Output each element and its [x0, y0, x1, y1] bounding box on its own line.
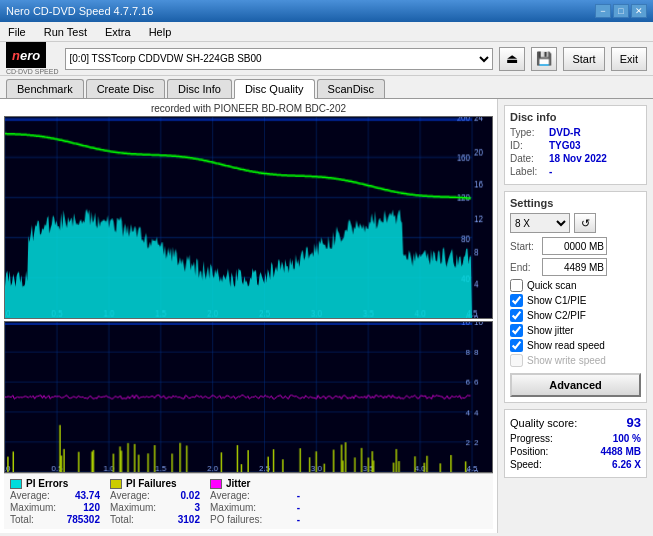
- speed-row: 8 X ↺: [510, 213, 641, 233]
- lower-chart-canvas: [5, 322, 492, 472]
- lower-chart: [4, 321, 493, 473]
- advanced-button[interactable]: Advanced: [510, 373, 641, 397]
- read-speed-checkbox[interactable]: [510, 339, 523, 352]
- speed-label: Speed:: [510, 459, 542, 470]
- tab-benchmark[interactable]: Benchmark: [6, 79, 84, 98]
- menu-run-test[interactable]: Run Test: [40, 26, 91, 38]
- c1pie-row: Show C1/PIE: [510, 294, 641, 307]
- read-speed-label: Show read speed: [527, 340, 605, 351]
- quality-score-label: Quality score:: [510, 417, 577, 429]
- write-speed-label: Show write speed: [527, 355, 606, 366]
- tab-scan-disc[interactable]: ScanDisc: [317, 79, 385, 98]
- refresh-icon[interactable]: ↺: [574, 213, 596, 233]
- quality-section: Quality score: 93 Progress: 100 % Positi…: [504, 409, 647, 478]
- c1pie-label: Show C1/PIE: [527, 295, 586, 306]
- end-row: End:: [510, 258, 641, 276]
- jitter-average-row: Average: -: [210, 490, 300, 501]
- end-input[interactable]: [542, 258, 607, 276]
- position-row: Position: 4488 MB: [510, 446, 641, 457]
- main-content: recorded with PIONEER BD-ROM BDC-202 PI …: [0, 99, 653, 533]
- nero-sub-logo: CD·DVD SPEED: [6, 68, 59, 75]
- jitter-checkbox[interactable]: [510, 324, 523, 337]
- disc-info-section: Disc info Type: DVD-R ID: TYG03 Date: 18…: [504, 105, 647, 185]
- speed-selector[interactable]: 8 X: [510, 213, 570, 233]
- stats-bar: PI Errors Average: 43.74 Maximum: 120 To…: [4, 473, 493, 529]
- disc-id-row: ID: TYG03: [510, 140, 641, 151]
- pi-errors-color: [10, 479, 22, 489]
- jitter-header: Jitter: [210, 478, 300, 489]
- disc-info-title: Disc info: [510, 111, 641, 123]
- exit-button[interactable]: Exit: [611, 47, 647, 71]
- pi-errors-stats: PI Errors Average: 43.74 Maximum: 120 To…: [10, 478, 100, 525]
- progress-row: Progress: 100 %: [510, 433, 641, 444]
- tab-disc-info[interactable]: Disc Info: [167, 79, 232, 98]
- menu-help[interactable]: Help: [145, 26, 176, 38]
- pi-errors-label: PI Errors: [26, 478, 68, 489]
- save-icon[interactable]: 💾: [531, 47, 557, 71]
- pi-errors-max-row: Maximum: 120: [10, 502, 100, 513]
- tab-bar: Benchmark Create Disc Disc Info Disc Qua…: [0, 76, 653, 99]
- disc-type-row: Type: DVD-R: [510, 127, 641, 138]
- pi-failures-header: PI Failures: [110, 478, 200, 489]
- pi-failures-total-row: Total: 3102: [110, 514, 200, 525]
- pi-failures-stats: PI Failures Average: 0.02 Maximum: 3 Tot…: [110, 478, 200, 525]
- progress-label: Progress:: [510, 433, 553, 444]
- window-title: Nero CD-DVD Speed 4.7.7.16: [6, 5, 153, 17]
- quality-score-row: Quality score: 93: [510, 415, 641, 430]
- chart-area: recorded with PIONEER BD-ROM BDC-202 PI …: [0, 99, 498, 533]
- c2pif-label: Show C2/PIF: [527, 310, 586, 321]
- menu-file[interactable]: File: [4, 26, 30, 38]
- chart-title: recorded with PIONEER BD-ROM BDC-202: [4, 103, 493, 114]
- chart-container: [4, 116, 493, 473]
- pi-failures-label: PI Failures: [126, 478, 177, 489]
- jitter-color: [210, 479, 222, 489]
- pi-errors-total-row: Total: 785302: [10, 514, 100, 525]
- po-failures-row: PO failures: -: [210, 514, 300, 525]
- quick-scan-checkbox[interactable]: [510, 279, 523, 292]
- tab-create-disc[interactable]: Create Disc: [86, 79, 165, 98]
- progress-value: 100 %: [613, 433, 641, 444]
- settings-title: Settings: [510, 197, 641, 209]
- jitter-setting-label: Show jitter: [527, 325, 574, 336]
- position-value: 4488 MB: [600, 446, 641, 457]
- jitter-stats: Jitter Average: - Maximum: - PO failures…: [210, 478, 300, 525]
- c1pie-checkbox[interactable]: [510, 294, 523, 307]
- pi-failures-max-row: Maximum: 3: [110, 502, 200, 513]
- quality-score-value: 93: [627, 415, 641, 430]
- write-speed-row: Show write speed: [510, 354, 641, 367]
- pi-errors-average-row: Average: 43.74: [10, 490, 100, 501]
- upper-chart-canvas: [5, 117, 492, 318]
- c2pif-checkbox[interactable]: [510, 309, 523, 322]
- write-speed-checkbox: [510, 354, 523, 367]
- maximize-button[interactable]: □: [613, 4, 629, 18]
- menu-bar: File Run Test Extra Help: [0, 22, 653, 42]
- position-label: Position:: [510, 446, 548, 457]
- eject-icon[interactable]: ⏏: [499, 47, 525, 71]
- title-bar: Nero CD-DVD Speed 4.7.7.16 − □ ✕: [0, 0, 653, 22]
- disc-label-row: Label: -: [510, 166, 641, 177]
- upper-chart: [4, 116, 493, 319]
- c2pif-row: Show C2/PIF: [510, 309, 641, 322]
- menu-extra[interactable]: Extra: [101, 26, 135, 38]
- toolbar: nero CD·DVD SPEED [0:0] TSSTcorp CDDVDW …: [0, 42, 653, 76]
- speed-row-quality: Speed: 6.26 X: [510, 459, 641, 470]
- start-row: Start:: [510, 237, 641, 255]
- tab-disc-quality[interactable]: Disc Quality: [234, 79, 315, 99]
- window-controls: − □ ✕: [595, 4, 647, 18]
- quick-scan-label: Quick scan: [527, 280, 576, 291]
- jitter-label: Jitter: [226, 478, 250, 489]
- drive-selector[interactable]: [0:0] TSSTcorp CDDVDW SH-224GB SB00: [65, 48, 494, 70]
- disc-date-row: Date: 18 Nov 2022: [510, 153, 641, 164]
- jitter-max-row: Maximum: -: [210, 502, 300, 513]
- close-button[interactable]: ✕: [631, 4, 647, 18]
- read-speed-row: Show read speed: [510, 339, 641, 352]
- pi-failures-average-row: Average: 0.02: [110, 490, 200, 501]
- speed-value: 6.26 X: [612, 459, 641, 470]
- minimize-button[interactable]: −: [595, 4, 611, 18]
- start-input[interactable]: [542, 237, 607, 255]
- jitter-row: Show jitter: [510, 324, 641, 337]
- quick-scan-row: Quick scan: [510, 279, 641, 292]
- pi-errors-header: PI Errors: [10, 478, 100, 489]
- start-button[interactable]: Start: [563, 47, 604, 71]
- right-panel: Disc info Type: DVD-R ID: TYG03 Date: 18…: [498, 99, 653, 533]
